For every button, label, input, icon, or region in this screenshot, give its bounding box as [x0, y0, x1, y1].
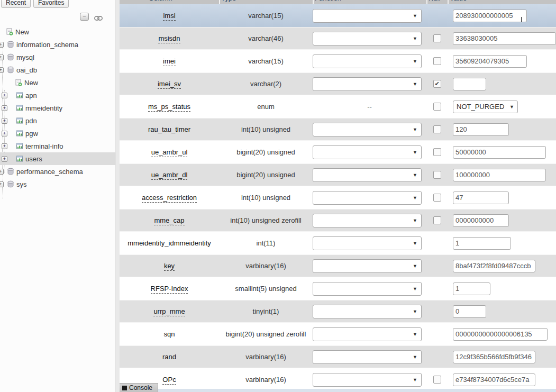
expand-plus-icon[interactable]: +	[0, 54, 4, 60]
expand-plus-icon[interactable]: +	[2, 118, 7, 124]
function-cell: ▼	[313, 327, 426, 341]
function-select[interactable]: ▼	[313, 259, 422, 273]
null-checkbox[interactable]	[433, 148, 441, 156]
sidebar-item-oai-db[interactable]: +oai_db	[0, 63, 115, 76]
value-input[interactable]	[453, 260, 535, 272]
column-type: varchar(15)	[219, 12, 313, 20]
value-input[interactable]	[453, 282, 490, 295]
value-input[interactable]	[453, 10, 527, 22]
database-icon	[7, 66, 14, 74]
value-input[interactable]	[453, 192, 509, 204]
function-select[interactable]: ▼	[313, 350, 422, 364]
function-select[interactable]: ▼	[313, 236, 422, 250]
function-select[interactable]: ▼	[313, 327, 422, 341]
value-input[interactable]	[453, 146, 546, 159]
tab-favorites[interactable]: Favorites	[33, 0, 69, 8]
expand-plus-icon[interactable]: +	[2, 156, 7, 162]
sidebar-item-mysql[interactable]: +mysql	[0, 51, 115, 63]
database-icon	[7, 53, 14, 61]
null-checkbox[interactable]	[433, 34, 441, 42]
field-row-key: keyvarbinary(16)▼	[120, 254, 556, 277]
expand-plus-icon[interactable]: +	[0, 67, 4, 73]
link-with-main-panel-icon[interactable]	[94, 14, 103, 20]
panel-resizer[interactable]	[115, 0, 120, 392]
function-select[interactable]: ▼	[313, 373, 422, 387]
column-type: int(10) unsigned zerofill	[219, 216, 313, 224]
value-input[interactable]	[453, 32, 556, 45]
value-input[interactable]	[453, 123, 509, 136]
navigation-panel: Recent Favorites − New+information_schem…	[0, 0, 115, 392]
column-name-label: urrp_mme	[153, 307, 185, 316]
function-select[interactable]: ▼	[313, 54, 422, 68]
header-label-function: Function	[315, 0, 341, 2]
sidebar-item-terminal-info[interactable]: +terminal-info	[0, 140, 115, 152]
sidebar-item-pgw[interactable]: +pgw	[0, 127, 115, 140]
function-select[interactable]: ▼	[313, 305, 422, 318]
new-database-icon	[6, 28, 13, 35]
expand-plus-icon[interactable]: +	[2, 143, 7, 149]
value-input[interactable]	[453, 55, 527, 68]
field-row-ue_ambr_ul: ue_ambr_ulbigint(20) unsigned▼	[120, 141, 556, 163]
null-checkbox[interactable]	[433, 103, 441, 111]
expand-plus-icon[interactable]: +	[0, 42, 4, 48]
value-input[interactable]	[453, 78, 486, 90]
database-icon	[7, 41, 14, 48]
sidebar-item-mmeidentity[interactable]: +mmeidentity	[0, 102, 115, 114]
sidebar-item-pdn[interactable]: +pdn	[0, 114, 115, 127]
expand-plus-icon[interactable]: +	[0, 169, 4, 175]
value-input[interactable]	[453, 305, 486, 318]
column-name-label: ue_ambr_dl	[151, 171, 188, 180]
column-name: urrp_mme	[120, 307, 219, 315]
console-button[interactable]: Console	[120, 383, 158, 392]
sidebar-item-new[interactable]: New	[0, 76, 115, 89]
null-checkbox[interactable]: ✔	[433, 80, 441, 88]
sidebar-item-users[interactable]: +users	[0, 152, 115, 165]
null-checkbox[interactable]	[433, 216, 441, 224]
null-checkbox[interactable]	[433, 125, 441, 133]
function-select[interactable]: ▼	[313, 191, 422, 205]
function-select[interactable]: ▼	[313, 282, 422, 296]
table-icon	[16, 117, 23, 124]
value-input[interactable]	[453, 373, 535, 386]
value-input[interactable]	[453, 237, 511, 250]
value-input[interactable]	[453, 214, 509, 227]
expand-plus-icon[interactable]: +	[2, 131, 7, 136]
value-cell	[448, 123, 556, 136]
function-select[interactable]: ▼	[313, 9, 422, 23]
sidebar-item-sys[interactable]: +sys	[0, 178, 115, 190]
value-select[interactable]: NOT_PURGED▼	[453, 101, 518, 113]
null-checkbox[interactable]	[433, 194, 441, 202]
tab-recent[interactable]: Recent	[1, 0, 31, 8]
function-select[interactable]: ▼	[313, 145, 422, 159]
console-collapsed-bar[interactable]	[120, 389, 556, 392]
column-type: varbinary(16)	[219, 353, 313, 361]
function-select[interactable]: ▼	[313, 214, 422, 227]
null-checkbox[interactable]	[433, 171, 441, 179]
sidebar-item-apn[interactable]: +apn	[0, 89, 115, 102]
sidebar-item-performance-schema[interactable]: +performance_schema	[0, 165, 115, 178]
sidebar-item-new[interactable]: New	[0, 25, 115, 38]
function-select[interactable]: ▼	[313, 123, 422, 136]
sidebar-item-information-schema[interactable]: +information_schema	[0, 38, 115, 51]
function-select[interactable]: ▼	[313, 168, 422, 182]
expand-plus-icon[interactable]: +	[0, 181, 4, 187]
value-input[interactable]	[453, 169, 546, 181]
expand-plus-icon[interactable]: +	[2, 105, 7, 111]
function-select[interactable]: ▼	[313, 77, 422, 91]
null-checkbox[interactable]	[433, 57, 441, 65]
expand-plus-icon[interactable]: +	[2, 93, 7, 98]
value-input[interactable]	[453, 351, 535, 363]
chevron-down-icon: ▼	[413, 332, 417, 337]
value-input[interactable]	[453, 328, 548, 341]
value-cell	[448, 78, 556, 90]
function-select[interactable]: ▼	[313, 32, 422, 45]
function-cell: ▼	[313, 54, 426, 68]
collapse-all-icon[interactable]: −	[80, 13, 89, 21]
new-table-icon	[15, 79, 22, 86]
column-name-label: sqn	[164, 330, 175, 338]
database-icon	[7, 180, 14, 188]
column-name-label: mme_cap	[154, 216, 184, 225]
value-cell	[448, 55, 556, 68]
null-checkbox[interactable]	[433, 376, 441, 384]
phpmyadmin-window: Recent Favorites − New+information_schem…	[0, 0, 556, 392]
